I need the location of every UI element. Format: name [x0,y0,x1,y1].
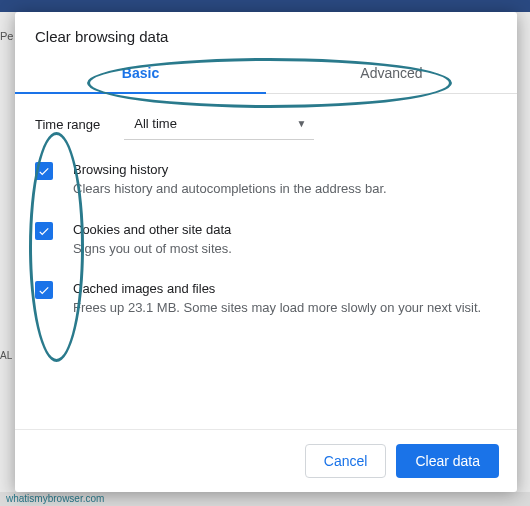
time-range-label: Time range [35,117,100,132]
watermark: whatismybrowser.com [6,493,104,504]
option-title: Cached images and files [73,281,481,296]
tab-basic[interactable]: Basic [15,55,266,93]
option-title: Browsing history [73,162,387,177]
checkbox-browsing-history[interactable] [35,162,53,180]
option-cache: Cached images and files Frees up 23.1 MB… [35,281,497,317]
option-desc: Frees up 23.1 MB. Some sites may load mo… [73,299,481,317]
option-text: Cached images and files Frees up 23.1 MB… [73,281,481,317]
dialog-body: Time range All time ▼ Browsing history C… [15,94,517,429]
option-desc: Clears history and autocompletions in th… [73,180,387,198]
option-desc: Signs you out of most sites. [73,240,232,258]
option-cookies: Cookies and other site data Signs you ou… [35,222,497,258]
bg-cut-text: Pe [0,30,13,42]
time-range-dropdown[interactable]: All time ▼ [124,108,314,140]
option-browsing-history: Browsing history Clears history and auto… [35,162,497,198]
checkbox-cookies[interactable] [35,222,53,240]
time-range-selected: All time [134,116,177,131]
checkbox-cache[interactable] [35,281,53,299]
checkmark-icon [37,164,51,178]
checkmark-icon [37,283,51,297]
time-range-row: Time range All time ▼ [35,108,497,140]
chevron-down-icon: ▼ [296,118,306,129]
window-titlebar-strip [0,0,530,12]
clear-browsing-data-dialog: Clear browsing data Basic Advanced Time … [15,12,517,492]
checkmark-icon [37,224,51,238]
tab-indicator [15,92,266,94]
tabs: Basic Advanced [15,55,517,94]
option-text: Cookies and other site data Signs you ou… [73,222,232,258]
clear-data-button[interactable]: Clear data [396,444,499,478]
cancel-button[interactable]: Cancel [305,444,387,478]
tab-advanced[interactable]: Advanced [266,55,517,93]
bg-cut-text-2: AL [0,350,12,361]
dialog-title: Clear browsing data [15,12,517,55]
dialog-footer: Cancel Clear data [15,429,517,492]
option-title: Cookies and other site data [73,222,232,237]
option-text: Browsing history Clears history and auto… [73,162,387,198]
